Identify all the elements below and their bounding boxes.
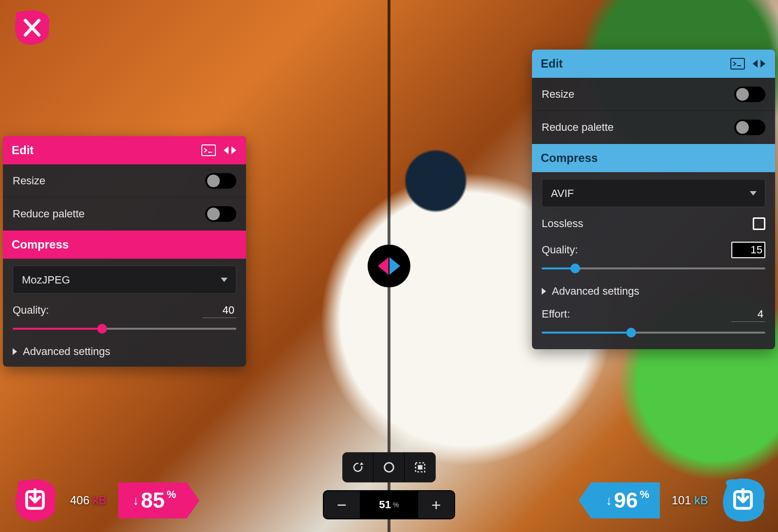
edit-header: Edit	[532, 50, 775, 78]
advanced-label: Advanced settings	[552, 285, 639, 298]
compress-header: Compress	[532, 144, 775, 172]
zoom-out-button[interactable]: −	[324, 491, 360, 518]
compress-header: Compress	[3, 231, 246, 259]
caret-left-icon	[378, 257, 389, 275]
edit-title: Edit	[12, 143, 34, 157]
reduction-badge-right: ↓ 96 %	[591, 482, 660, 518]
zoom-in-button[interactable]: +	[418, 491, 454, 518]
svg-rect-3	[731, 58, 744, 69]
codec-select[interactable]: MozJPEG	[13, 266, 236, 294]
compress-title: Compress	[12, 238, 69, 251]
result-left: 406 kB ↓ 85 %	[12, 478, 187, 523]
swap-icon	[223, 144, 237, 156]
arrow-down-icon: ↓	[133, 493, 139, 508]
background-toggle-button[interactable]	[373, 452, 405, 482]
cli-copy-button[interactable]	[201, 144, 216, 157]
filesize-left: 406 kB	[70, 494, 106, 507]
effort-label: Effort:	[542, 308, 570, 320]
advanced-settings-toggle[interactable]: Advanced settings	[542, 285, 765, 298]
svg-point-9	[384, 463, 393, 472]
quality-slider[interactable]	[542, 263, 765, 274]
zoom-value[interactable]: 51%	[360, 491, 418, 518]
lossless-label: Lossless	[542, 217, 584, 230]
chevron-right-icon	[542, 288, 546, 295]
reduce-palette-row: Reduce palette	[532, 111, 775, 144]
svg-rect-11	[418, 465, 422, 469]
quality-label: Quality:	[13, 304, 49, 317]
effort-input[interactable]	[731, 307, 765, 322]
settings-panel-left: Edit Resize Reduce palette Compress	[3, 136, 246, 367]
zoom-control: − 51% +	[323, 490, 455, 519]
resize-toggle[interactable]	[205, 173, 236, 189]
svg-marker-5	[760, 60, 765, 68]
cli-copy-button[interactable]	[730, 57, 745, 70]
svg-marker-4	[753, 60, 758, 68]
download-button-left[interactable]	[12, 478, 58, 523]
reduce-palette-row: Reduce palette	[3, 197, 246, 231]
resize-row: Resize	[532, 78, 775, 111]
compress-title: Compress	[541, 151, 598, 165]
split-handle[interactable]	[368, 245, 410, 287]
close-icon	[12, 9, 53, 47]
close-button[interactable]	[12, 9, 53, 47]
svg-marker-2	[231, 146, 236, 154]
reduce-palette-toggle[interactable]	[734, 120, 765, 135]
view-tool-row	[342, 452, 436, 482]
svg-rect-0	[202, 145, 215, 156]
advanced-settings-toggle[interactable]: Advanced settings	[13, 345, 236, 358]
effort-slider[interactable]	[542, 327, 765, 338]
marquee-icon	[413, 461, 427, 474]
swap-icon	[752, 58, 766, 70]
terminal-icon	[201, 144, 216, 156]
reduce-palette-label: Reduce palette	[13, 208, 85, 220]
resize-toggle[interactable]	[734, 87, 765, 102]
resize-label: Resize	[542, 88, 574, 101]
quality-label: Quality:	[542, 244, 578, 256]
quality-input[interactable]	[731, 242, 765, 258]
reduce-palette-toggle[interactable]	[205, 206, 236, 222]
quality-input[interactable]	[202, 303, 236, 318]
crop-overlay-button[interactable]	[405, 452, 436, 482]
arrow-down-icon: ↓	[606, 493, 612, 508]
reduce-palette-label: Reduce palette	[542, 121, 614, 134]
edit-header: Edit	[3, 136, 246, 164]
download-icon	[12, 478, 58, 523]
lossless-checkbox[interactable]	[753, 217, 765, 230]
reduction-badge-left: ↓ 85 %	[118, 482, 187, 518]
quality-slider[interactable]	[13, 323, 236, 335]
swap-sides-button[interactable]	[752, 57, 766, 70]
resize-label: Resize	[13, 175, 45, 187]
result-right: 101 kB ↓ 96 %	[591, 478, 766, 523]
codec-select[interactable]: AVIF	[542, 179, 765, 207]
svg-marker-1	[224, 146, 229, 154]
svg-marker-8	[360, 462, 364, 465]
terminal-icon	[730, 58, 745, 70]
edit-title: Edit	[541, 57, 563, 71]
download-button-right[interactable]	[720, 478, 766, 523]
settings-panel-right: Edit Resize Reduce palette Compress	[532, 50, 775, 349]
filesize-right: 101 kB	[672, 494, 708, 507]
rotate-button[interactable]	[342, 452, 373, 482]
advanced-label: Advanced settings	[23, 345, 110, 358]
rotate-icon	[351, 461, 365, 474]
chevron-right-icon	[13, 348, 17, 355]
resize-row: Resize	[3, 164, 246, 197]
download-icon	[720, 478, 766, 523]
caret-right-icon	[389, 257, 400, 275]
circle-icon	[382, 461, 396, 474]
swap-sides-button[interactable]	[223, 144, 237, 157]
